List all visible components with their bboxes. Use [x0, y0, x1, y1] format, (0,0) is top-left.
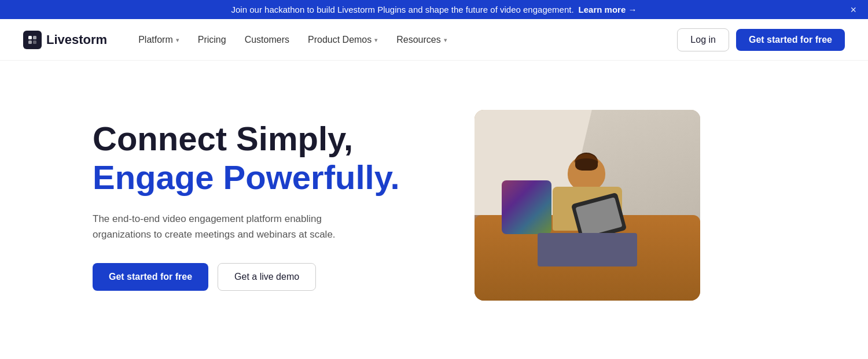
nav-item-resources[interactable]: Resources ▾	[388, 30, 455, 50]
hero-buttons: Get started for free Get a live demo	[93, 263, 440, 291]
svg-rect-0	[28, 36, 32, 39]
nav-item-customers[interactable]: Customers	[237, 30, 297, 50]
hero-illustration	[475, 110, 700, 301]
logo[interactable]: Livestorm	[23, 31, 107, 49]
hero-content: Connect Simply, Engage Powerfully. The e…	[93, 120, 440, 291]
banner-text: Join our hackathon to build Livestorm Pl…	[231, 5, 574, 14]
nav-links: Platform ▾ Pricing Customers Product Dem…	[130, 30, 677, 50]
hero-subtitle: The end-to-end video engagement platform…	[93, 211, 347, 242]
hero-image	[475, 110, 700, 301]
announcement-banner: Join our hackathon to build Livestorm Pl…	[0, 0, 868, 19]
get-started-nav-button[interactable]: Get started for free	[736, 29, 845, 51]
hero-title: Connect Simply, Engage Powerfully.	[93, 120, 440, 197]
nav-item-platform[interactable]: Platform ▾	[130, 30, 187, 50]
nav-item-product-demos[interactable]: Product Demos ▾	[300, 30, 386, 50]
banner-cta[interactable]: Learn more →	[579, 5, 637, 14]
chevron-down-icon: ▾	[374, 36, 378, 44]
logo-text: Livestorm	[46, 32, 107, 47]
get-started-hero-button[interactable]: Get started for free	[93, 263, 208, 291]
chevron-down-icon: ▾	[176, 36, 179, 44]
navbar: Livestorm Platform ▾ Pricing Customers P…	[0, 19, 868, 61]
banner-close-button[interactable]: ×	[850, 3, 856, 16]
hero-title-line2: Engage Powerfully.	[93, 158, 440, 197]
chevron-down-icon: ▾	[444, 36, 447, 44]
svg-rect-1	[33, 36, 36, 39]
nav-actions: Log in Get started for free	[677, 28, 845, 51]
logo-icon	[23, 31, 42, 49]
svg-rect-3	[33, 40, 36, 44]
get-demo-button[interactable]: Get a live demo	[218, 263, 316, 291]
svg-rect-2	[28, 40, 32, 44]
login-button[interactable]: Log in	[677, 28, 729, 51]
hero-title-line1: Connect Simply,	[93, 120, 353, 157]
hero-section: Connect Simply, Engage Powerfully. The e…	[0, 61, 868, 350]
nav-item-pricing[interactable]: Pricing	[190, 30, 234, 50]
